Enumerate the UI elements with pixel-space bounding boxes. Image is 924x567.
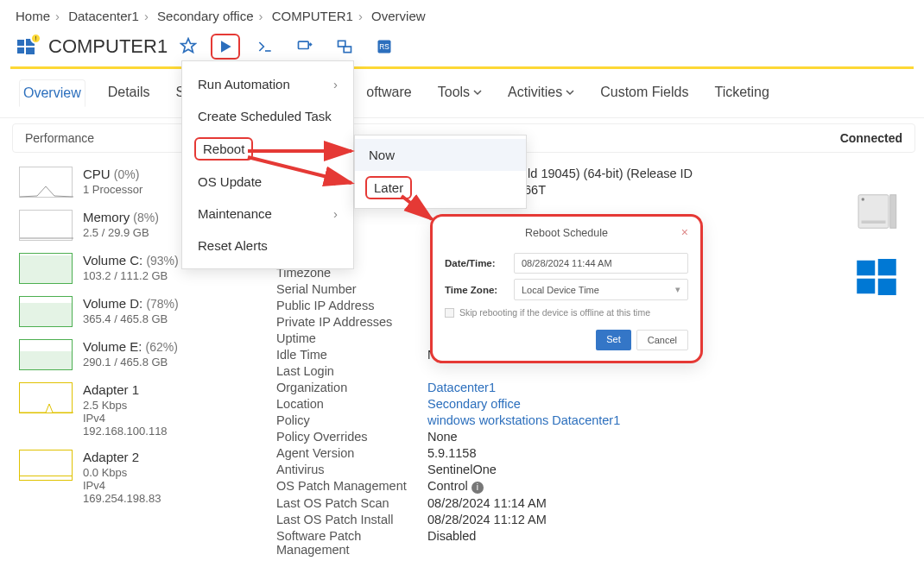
tab-software[interactable]: oftware	[363, 79, 415, 107]
server-icon	[829, 187, 924, 236]
screens-icon[interactable]	[330, 34, 359, 60]
svg-rect-7	[299, 41, 309, 48]
menu-reset-alerts[interactable]: Reset Alerts	[182, 230, 353, 261]
remote-screen-icon[interactable]	[290, 34, 320, 60]
breadcrumb: Home› Datacenter1› Secondary office› COM…	[0, 0, 924, 28]
tab-custom-fields[interactable]: Custom Fields	[597, 79, 692, 107]
alert-badge: !	[30, 33, 41, 44]
perf-vol-e[interactable]: Volume E: (62%)290.1 / 465.8 GB	[0, 334, 259, 377]
breadcrumb-dc[interactable]: Datacenter1	[68, 9, 139, 23]
submenu-now[interactable]: Now	[355, 139, 526, 171]
link-policy[interactable]: windows workstations Datacenter1	[427, 413, 620, 427]
perf-vol-d[interactable]: Volume D: (78%)365.4 / 465.8 GB	[0, 291, 259, 334]
svg-point-15	[862, 198, 865, 201]
reboot-schedule-modal: Reboot Schedule × Date/Time: 08/28/2024 …	[430, 214, 703, 363]
device-icons-column	[829, 161, 924, 559]
svg-rect-16	[862, 221, 886, 224]
favorite-icon[interactable]	[180, 37, 197, 57]
svg-rect-8	[339, 41, 345, 47]
tab-tools[interactable]: Tools	[434, 79, 485, 107]
play-icon[interactable]	[211, 34, 240, 60]
reboot-submenu: Now Later	[354, 135, 527, 209]
actions-dropdown: Run Automation› Create Scheduled Task Re…	[181, 60, 354, 269]
datetime-label: Date/Time:	[445, 258, 514, 268]
chevron-down-icon	[566, 85, 574, 100]
cancel-button[interactable]: Cancel	[636, 330, 688, 350]
tab-overview[interactable]: Overview	[19, 79, 85, 107]
close-icon[interactable]: ×	[681, 225, 688, 239]
svg-rect-17	[857, 261, 875, 276]
perf-adapter-1[interactable]: Adapter 12.5 KbpsIPv4192.168.100.118	[0, 377, 259, 444]
datetime-input[interactable]: 08/28/2024 11:44 AM	[514, 253, 688, 274]
rs-icon[interactable]: RS	[370, 34, 399, 60]
svg-marker-4	[181, 38, 196, 52]
menu-os-update[interactable]: OS Update›	[182, 166, 353, 198]
tab-bar: Overview Details S oftware Tools Activit…	[0, 69, 924, 118]
link-org[interactable]: Datacenter1	[427, 381, 496, 394]
chevron-down-icon: ▾	[675, 284, 680, 295]
menu-create-task[interactable]: Create Scheduled Task	[182, 100, 353, 132]
svg-rect-19	[857, 279, 875, 294]
breadcrumb-overview: Overview	[371, 9, 426, 23]
page-title: COMPUTER1	[48, 35, 168, 58]
svg-rect-2	[17, 47, 24, 54]
timezone-label: Time Zone:	[445, 285, 514, 295]
title-row: ! COMPUTER1 RS	[0, 28, 924, 66]
svg-marker-5	[221, 41, 231, 52]
svg-rect-3	[26, 47, 35, 54]
breadcrumb-office[interactable]: Secondary office	[157, 9, 253, 23]
tab-activities[interactable]: Activities	[504, 79, 578, 107]
set-button[interactable]: Set	[596, 330, 631, 350]
windows-logo-icon	[829, 253, 924, 301]
breadcrumb-home[interactable]: Home	[16, 9, 50, 23]
svg-rect-18	[878, 259, 896, 275]
link-loc[interactable]: Secondary office	[427, 397, 521, 411]
svg-rect-9	[344, 47, 351, 53]
breadcrumb-device[interactable]: COMPUTER1	[272, 9, 353, 23]
info-icon[interactable]: i	[471, 482, 484, 494]
perf-adapter-2[interactable]: Adapter 20.0 KbpsIPv4169.254.198.83	[0, 444, 259, 512]
menu-maintenance[interactable]: Maintenance›	[182, 198, 353, 230]
toolbar: RS	[211, 34, 399, 60]
windows-icon: !	[14, 36, 38, 57]
svg-rect-20	[878, 279, 896, 295]
skip-offline-checkbox[interactable]: Skip rebooting if the device is offline …	[445, 307, 688, 318]
tab-details[interactable]: Details	[104, 79, 154, 107]
chevron-down-icon	[473, 85, 482, 100]
submenu-later[interactable]: Later	[355, 171, 526, 205]
svg-rect-14	[890, 195, 896, 229]
svg-text:RS: RS	[379, 42, 389, 51]
menu-reboot[interactable]: Reboot›	[182, 132, 353, 166]
terminal-icon[interactable]	[250, 34, 280, 60]
timezone-select[interactable]: Local Device Time▾	[514, 279, 688, 300]
connection-status: Connected	[840, 131, 902, 145]
svg-rect-0	[17, 40, 24, 46]
modal-title: Reboot Schedule ×	[445, 225, 688, 248]
menu-run-automation[interactable]: Run Automation›	[182, 68, 353, 100]
tab-ticketing[interactable]: Ticketing	[711, 79, 772, 107]
